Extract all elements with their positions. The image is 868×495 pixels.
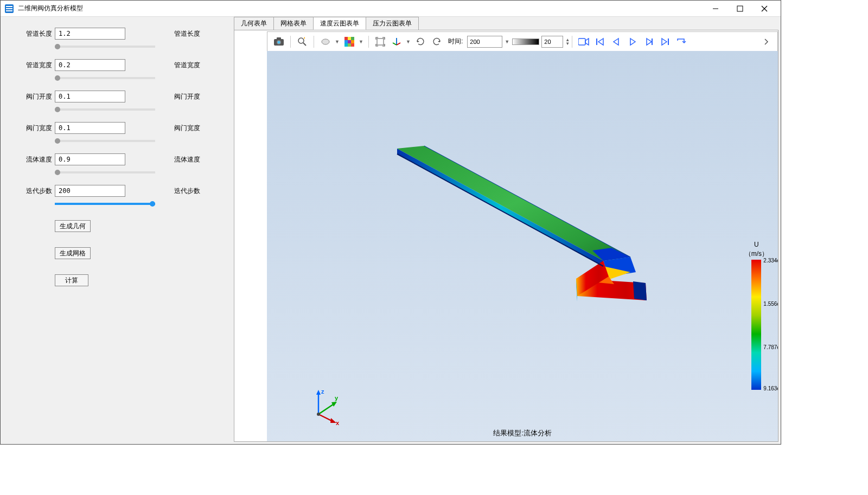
- svg-line-41: [397, 154, 603, 266]
- svg-rect-20: [344, 43, 348, 47]
- svg-rect-16: [351, 37, 354, 40]
- param-slider-4[interactable]: [55, 171, 155, 173]
- time-label: 时间:: [448, 37, 463, 46]
- surface-dropdown-icon[interactable]: ▼: [335, 39, 340, 44]
- param-right-label: 迭代步数: [174, 187, 200, 196]
- titlebar: 二维闸阀仿真分析模型: [1, 1, 781, 17]
- last-frame-icon[interactable]: [658, 35, 672, 49]
- param-input-0[interactable]: [55, 28, 125, 40]
- svg-line-42: [424, 146, 630, 257]
- param-slider-5[interactable]: [55, 203, 155, 205]
- param-label: 阀门宽度: [22, 124, 52, 133]
- frame-spinner[interactable]: [541, 36, 563, 48]
- svg-rect-27: [578, 38, 585, 45]
- result-model-label: 结果模型:流体分析: [493, 428, 552, 438]
- colorbar-variable: U: [754, 241, 759, 248]
- svg-rect-0: [6, 6, 12, 7]
- svg-line-46: [318, 403, 335, 414]
- rotate-cw-icon[interactable]: [430, 35, 444, 49]
- svg-rect-19: [351, 40, 354, 43]
- param-label: 管道宽度: [22, 61, 52, 70]
- param-slider-3[interactable]: [55, 140, 155, 142]
- axis-triad-icon: z y x: [308, 387, 346, 425]
- param-input-1[interactable]: [55, 59, 125, 71]
- maximize-button[interactable]: [727, 1, 752, 16]
- next-frame-icon[interactable]: [642, 35, 656, 49]
- minimize-button[interactable]: [703, 1, 727, 16]
- param-slider-1[interactable]: [55, 77, 155, 79]
- svg-rect-18: [348, 40, 351, 43]
- generate-mesh-button[interactable]: 生成网格: [55, 247, 91, 259]
- camera-icon[interactable]: [272, 35, 286, 49]
- svg-rect-23: [377, 38, 384, 45]
- param-label: 流体速度: [22, 155, 52, 164]
- app-icon: [5, 4, 14, 13]
- svg-point-13: [322, 39, 329, 44]
- parameter-panel: 管道长度 管道长度 管道宽度 管道宽度 阀门开度 阀门开度 阀门宽度 阀门宽度 …: [1, 17, 234, 444]
- surface-mode-icon[interactable]: [318, 35, 333, 49]
- svg-marker-44: [316, 390, 321, 395]
- svg-rect-15: [348, 37, 351, 40]
- time-dropdown-icon[interactable]: ▼: [505, 39, 510, 44]
- zoom-icon[interactable]: [295, 35, 309, 49]
- svg-text:x: x: [336, 420, 340, 425]
- viewer-toolbar: ▼ ▼ ▼: [267, 31, 778, 51]
- svg-rect-1: [6, 8, 12, 9]
- colorbar-tick: 1.556e+00: [763, 301, 778, 307]
- loop-icon[interactable]: [674, 35, 688, 49]
- svg-line-12: [303, 43, 306, 46]
- svg-text:z: z: [321, 388, 324, 395]
- param-right-label: 阀门开度: [174, 92, 200, 101]
- colorbar-tick-min: 9.163e-04: [763, 385, 778, 391]
- svg-rect-21: [348, 43, 351, 47]
- tab-2[interactable]: 速度云图表单: [313, 17, 366, 30]
- svg-marker-36: [633, 281, 647, 300]
- 3d-viewport[interactable]: z y x U （m/s） 2.334e+00: [267, 51, 778, 441]
- close-button[interactable]: [752, 1, 776, 16]
- axis-icon[interactable]: [390, 35, 404, 49]
- svg-rect-2: [6, 10, 12, 11]
- param-label: 迭代步数: [22, 187, 52, 196]
- window-title: 二维闸阀仿真分析模型: [18, 4, 703, 13]
- param-slider-0[interactable]: [55, 46, 155, 48]
- video-icon[interactable]: [577, 35, 591, 49]
- param-input-2[interactable]: [55, 91, 125, 102]
- svg-rect-22: [351, 43, 354, 47]
- svg-marker-31: [397, 146, 630, 261]
- svg-rect-28: [596, 38, 597, 45]
- param-right-label: 阀门宽度: [174, 124, 200, 133]
- param-label: 管道长度: [22, 29, 52, 38]
- axis-dropdown-icon[interactable]: ▼: [406, 39, 411, 44]
- colormap-dropdown-icon[interactable]: ▼: [359, 39, 364, 44]
- more-icon[interactable]: [759, 35, 773, 49]
- tab-0[interactable]: 几何表单: [234, 17, 274, 30]
- svg-point-11: [298, 38, 304, 43]
- calculate-button[interactable]: 计算: [55, 274, 88, 286]
- time-input[interactable]: [467, 36, 502, 48]
- viewer-container: ▼ ▼ ▼: [234, 30, 778, 442]
- prev-frame-icon[interactable]: [609, 35, 623, 49]
- svg-rect-4: [737, 6, 743, 11]
- ramp-slider[interactable]: [512, 38, 539, 45]
- param-input-3[interactable]: [55, 122, 125, 134]
- param-right-label: 管道长度: [174, 29, 200, 38]
- fit-view-icon[interactable]: [373, 35, 387, 49]
- tab-3[interactable]: 压力云图表单: [366, 17, 419, 30]
- param-input-5[interactable]: [55, 185, 125, 197]
- tab-1[interactable]: 网格表单: [273, 17, 314, 30]
- svg-point-10: [278, 41, 280, 43]
- rotate-ccw-icon[interactable]: [413, 35, 427, 49]
- svg-rect-14: [344, 37, 348, 40]
- svg-line-26: [393, 43, 397, 45]
- generate-geometry-button[interactable]: 生成几何: [55, 220, 91, 232]
- param-input-4[interactable]: [55, 153, 125, 165]
- play-icon[interactable]: [626, 35, 640, 49]
- svg-rect-17: [344, 40, 348, 43]
- colorbar-tick: 7.787e-01: [763, 344, 778, 350]
- svg-point-52: [317, 413, 320, 416]
- param-right-label: 管道宽度: [174, 61, 200, 70]
- first-frame-icon[interactable]: [593, 35, 607, 49]
- colorbar-tick-max: 2.334e+00: [763, 258, 778, 263]
- param-slider-2[interactable]: [55, 108, 155, 111]
- colormap-icon[interactable]: [342, 35, 356, 49]
